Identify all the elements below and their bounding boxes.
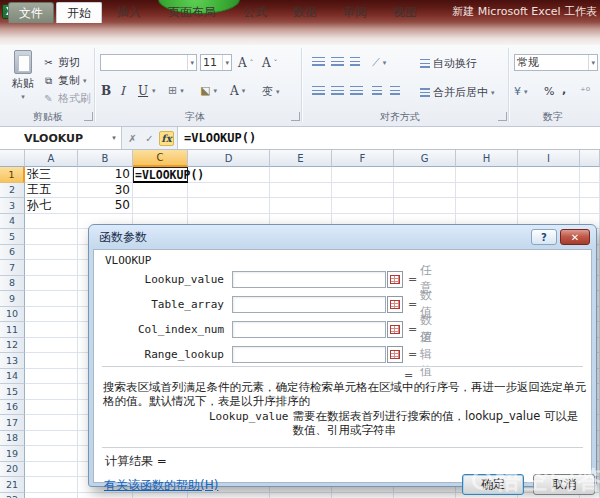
row-header-6[interactable]: 6	[0, 245, 25, 261]
col-index-num-input[interactable]	[232, 321, 386, 338]
decrease-indent-button[interactable]	[372, 86, 382, 95]
align-bottom-button[interactable]	[350, 57, 360, 66]
font-color-button[interactable]: A ▾	[230, 84, 245, 98]
cell-A8[interactable]	[25, 276, 78, 292]
phonetic-guide-button[interactable]: 变 ▾	[262, 84, 280, 99]
number-format-combo[interactable]: 常规▾	[514, 54, 598, 71]
lookup-value-input[interactable]	[232, 271, 386, 288]
name-box[interactable]: VLOOKUP ▾	[0, 127, 122, 149]
row-header-16[interactable]: 16	[0, 400, 25, 416]
col-header-B[interactable]: B	[78, 150, 133, 167]
tab-审阅[interactable]: 审阅	[332, 2, 378, 23]
row-header-5[interactable]: 5	[0, 229, 25, 245]
row-header-13[interactable]: 13	[0, 353, 25, 369]
cell-G22[interactable]	[394, 493, 456, 498]
merge-center-button[interactable]: 合并后居中▾	[420, 85, 495, 100]
name-box-dropdown-icon[interactable]: ▾	[107, 134, 121, 142]
cell-I2[interactable]	[518, 183, 580, 199]
range-selector-icon[interactable]	[387, 296, 403, 313]
accounting-format-button[interactable]: ¥ ▾	[514, 85, 528, 98]
col-header-A[interactable]: A	[25, 150, 78, 167]
align-center-button[interactable]	[331, 86, 344, 95]
cell-A16[interactable]	[25, 400, 78, 416]
align-top-button[interactable]	[312, 57, 325, 66]
wrap-text-button[interactable]: 自动换行	[420, 56, 477, 71]
underline-button[interactable]: U	[138, 84, 148, 98]
cell-G2[interactable]	[394, 183, 456, 199]
orientation-button[interactable]: ⟋ ▾	[372, 56, 386, 69]
col-header-D[interactable]: D	[188, 150, 270, 167]
row-header-3[interactable]: 3	[0, 198, 25, 214]
row-header-15[interactable]: 15	[0, 384, 25, 400]
row-header-19[interactable]: 19	[0, 446, 25, 462]
cell-C2[interactable]	[133, 183, 188, 199]
row-header-1[interactable]: 1	[0, 167, 25, 183]
borders-button[interactable]: ⊞ ▾	[168, 84, 184, 97]
cancel-entry-icon[interactable]: ✗	[125, 131, 140, 146]
align-left-button[interactable]	[312, 86, 325, 95]
cell-A2[interactable]: 王五	[25, 183, 78, 199]
cell-D3[interactable]	[188, 198, 270, 214]
cell-A1[interactable]: 张三	[25, 167, 78, 183]
cell-A6[interactable]	[25, 245, 78, 261]
dialog-close-icon[interactable]: ✕	[560, 229, 590, 245]
tab-数据[interactable]: 数据	[282, 2, 328, 23]
font-dialog-launcher-icon[interactable]	[291, 112, 300, 121]
col-header-C[interactable]: C	[133, 150, 188, 167]
shrink-font-button[interactable]: A˅	[262, 56, 277, 70]
cell-A10[interactable]	[25, 307, 78, 323]
paste-button[interactable]: 粘贴 ▾	[6, 50, 40, 108]
col-header-I[interactable]: I	[518, 150, 580, 167]
row-header-7[interactable]: 7	[0, 260, 25, 276]
cell-I3[interactable]	[518, 198, 580, 214]
cell-I1[interactable]	[518, 167, 580, 183]
clipboard-dialog-launcher-icon[interactable]	[84, 112, 93, 121]
row-header-17[interactable]: 17	[0, 415, 25, 431]
col-header-H[interactable]: H	[456, 150, 518, 167]
cell-A4[interactable]	[25, 214, 78, 230]
cancel-button[interactable]: 取消	[533, 474, 595, 495]
tab-file[interactable]: 文件	[8, 2, 54, 23]
cell-H2[interactable]	[456, 183, 518, 199]
cell-A5[interactable]	[25, 229, 78, 245]
tab-公式[interactable]: 公式	[232, 2, 278, 23]
tab-视图[interactable]: 视图	[382, 2, 428, 23]
row-header-8[interactable]: 8	[0, 276, 25, 292]
cut-button[interactable]: ✂ 剪切	[42, 55, 80, 70]
cell-A9[interactable]	[25, 291, 78, 307]
row-header-11[interactable]: 11	[0, 322, 25, 338]
alignment-dialog-launcher-icon[interactable]	[498, 112, 507, 121]
cell-F3[interactable]	[332, 198, 394, 214]
cell-D2[interactable]	[188, 183, 270, 199]
cell-E22[interactable]	[270, 493, 332, 498]
function-help-link[interactable]: 有关该函数的帮助(H)	[104, 477, 218, 494]
insert-function-icon[interactable]: fx	[159, 131, 174, 146]
row-header-18[interactable]: 18	[0, 431, 25, 447]
formula-input[interactable]: =VLOOKUP()	[178, 127, 600, 149]
cell-B1[interactable]: 10	[78, 167, 133, 183]
cell-E3[interactable]	[270, 198, 332, 214]
font-name-combo[interactable]: ▾	[100, 54, 197, 71]
align-middle-button[interactable]	[331, 57, 344, 66]
cell-A22[interactable]	[25, 493, 78, 498]
cell-A20[interactable]	[25, 462, 78, 478]
row-header-14[interactable]: 14	[0, 369, 25, 385]
align-right-button[interactable]	[350, 86, 363, 95]
format-painter-button[interactable]: ✎ 格式刷	[42, 91, 91, 106]
cell-F2[interactable]	[332, 183, 394, 199]
enter-entry-icon[interactable]: ✓	[142, 131, 157, 146]
percent-style-button[interactable]: %	[544, 85, 554, 98]
cell-B2[interactable]: 30	[78, 183, 133, 199]
row-header-12[interactable]: 12	[0, 338, 25, 354]
row-header-2[interactable]: 2	[0, 183, 25, 199]
fill-color-button[interactable]: ⬕ ▾	[200, 84, 217, 97]
cell-A19[interactable]	[25, 446, 78, 462]
ok-button[interactable]: 确定	[462, 474, 524, 495]
cell-G3[interactable]	[394, 198, 456, 214]
tab-页面布局[interactable]: 页面布局	[156, 2, 228, 23]
cell-A11[interactable]	[25, 322, 78, 338]
grow-font-button[interactable]: A˄	[238, 56, 253, 70]
cell-A15[interactable]	[25, 384, 78, 400]
cell-A7[interactable]	[25, 260, 78, 276]
cell-A13[interactable]	[25, 353, 78, 369]
